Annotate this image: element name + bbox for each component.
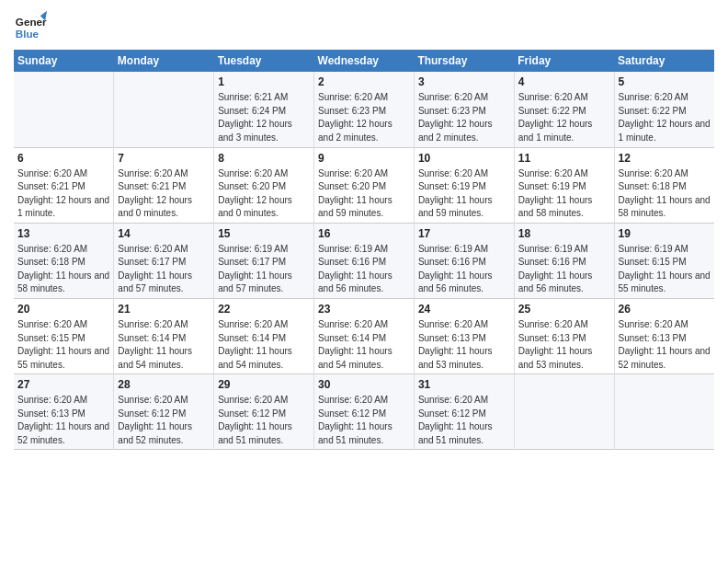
calendar-cell: 2Sunrise: 6:20 AM Sunset: 6:23 PM Daylig… — [314, 72, 415, 147]
calendar-cell: 5Sunrise: 6:20 AM Sunset: 6:22 PM Daylig… — [614, 72, 714, 147]
calendar-cell: 22Sunrise: 6:20 AM Sunset: 6:14 PM Dayli… — [214, 298, 314, 373]
cell-info: Sunrise: 6:20 AM Sunset: 6:19 PM Dayligh… — [518, 168, 593, 219]
day-number: 1 — [218, 75, 310, 89]
cell-info: Sunrise: 6:20 AM Sunset: 6:14 PM Dayligh… — [118, 319, 192, 370]
calendar-cell: 17Sunrise: 6:19 AM Sunset: 6:16 PM Dayli… — [414, 223, 514, 298]
calendar-cell: 9Sunrise: 6:20 AM Sunset: 6:20 PM Daylig… — [314, 147, 415, 223]
cell-info: Sunrise: 6:19 AM Sunset: 6:16 PM Dayligh… — [518, 244, 593, 294]
day-header-saturday: Saturday — [614, 50, 714, 72]
cell-info: Sunrise: 6:19 AM Sunset: 6:16 PM Dayligh… — [318, 244, 392, 294]
cell-info: Sunrise: 6:20 AM Sunset: 6:22 PM Dayligh… — [518, 92, 593, 143]
cell-info: Sunrise: 6:20 AM Sunset: 6:19 PM Dayligh… — [418, 168, 493, 219]
calendar-table: SundayMondayTuesdayWednesdayThursdayFrid… — [14, 50, 714, 450]
day-number: 31 — [418, 377, 510, 392]
cell-info: Sunrise: 6:20 AM Sunset: 6:23 PM Dayligh… — [318, 92, 392, 143]
calendar-cell: 31Sunrise: 6:20 AM Sunset: 6:12 PM Dayli… — [414, 374, 514, 450]
cell-info: Sunrise: 6:20 AM Sunset: 6:18 PM Dayligh… — [17, 244, 109, 294]
cell-info: Sunrise: 6:20 AM Sunset: 6:17 PM Dayligh… — [118, 244, 192, 294]
calendar-cell: 14Sunrise: 6:20 AM Sunset: 6:17 PM Dayli… — [114, 223, 214, 298]
cell-info: Sunrise: 6:19 AM Sunset: 6:17 PM Dayligh… — [218, 244, 292, 294]
calendar-cell: 6Sunrise: 6:20 AM Sunset: 6:21 PM Daylig… — [14, 147, 114, 223]
calendar-cell — [614, 374, 714, 450]
calendar-cell: 27Sunrise: 6:20 AM Sunset: 6:13 PM Dayli… — [14, 374, 114, 450]
calendar-cell: 10Sunrise: 6:20 AM Sunset: 6:19 PM Dayli… — [414, 147, 514, 223]
day-number: 11 — [518, 151, 610, 166]
day-number: 16 — [318, 226, 410, 241]
calendar-cell: 29Sunrise: 6:20 AM Sunset: 6:12 PM Dayli… — [214, 374, 314, 450]
calendar-cell: 15Sunrise: 6:19 AM Sunset: 6:17 PM Dayli… — [214, 223, 314, 298]
page-container: General Blue SundayMondayTuesdayWednesda… — [0, 0, 728, 459]
day-number: 12 — [619, 151, 711, 166]
cell-info: Sunrise: 6:20 AM Sunset: 6:18 PM Dayligh… — [619, 168, 711, 219]
calendar-cell: 21Sunrise: 6:20 AM Sunset: 6:14 PM Dayli… — [114, 298, 214, 373]
cell-info: Sunrise: 6:20 AM Sunset: 6:13 PM Dayligh… — [418, 319, 493, 370]
day-number: 10 — [418, 151, 510, 166]
day-header-tuesday: Tuesday — [214, 50, 314, 72]
header: General Blue — [14, 9, 714, 42]
day-number: 30 — [318, 377, 410, 392]
calendar-cell: 1Sunrise: 6:21 AM Sunset: 6:24 PM Daylig… — [214, 72, 314, 147]
cell-info: Sunrise: 6:19 AM Sunset: 6:16 PM Dayligh… — [418, 244, 493, 294]
calendar-cell: 25Sunrise: 6:20 AM Sunset: 6:13 PM Dayli… — [514, 298, 614, 373]
cell-info: Sunrise: 6:20 AM Sunset: 6:14 PM Dayligh… — [218, 319, 292, 370]
header-row: SundayMondayTuesdayWednesdayThursdayFrid… — [14, 50, 714, 72]
day-number: 8 — [218, 151, 310, 166]
calendar-cell: 26Sunrise: 6:20 AM Sunset: 6:13 PM Dayli… — [614, 298, 714, 373]
day-header-monday: Monday — [114, 50, 214, 72]
day-header-friday: Friday — [514, 50, 614, 72]
calendar-cell: 19Sunrise: 6:19 AM Sunset: 6:15 PM Dayli… — [614, 223, 714, 298]
day-number: 25 — [518, 302, 610, 316]
calendar-cell — [114, 72, 214, 147]
week-row-2: 6Sunrise: 6:20 AM Sunset: 6:21 PM Daylig… — [14, 147, 714, 223]
day-number: 19 — [619, 226, 711, 241]
cell-info: Sunrise: 6:20 AM Sunset: 6:13 PM Dayligh… — [619, 319, 711, 370]
day-number: 27 — [17, 377, 109, 392]
day-number: 26 — [619, 302, 711, 316]
day-number: 5 — [619, 75, 711, 89]
calendar-cell: 4Sunrise: 6:20 AM Sunset: 6:22 PM Daylig… — [514, 72, 614, 147]
day-number: 6 — [17, 151, 109, 166]
day-header-thursday: Thursday — [414, 50, 514, 72]
cell-info: Sunrise: 6:20 AM Sunset: 6:21 PM Dayligh… — [17, 168, 109, 219]
day-number: 3 — [418, 75, 510, 89]
calendar-cell: 8Sunrise: 6:20 AM Sunset: 6:20 PM Daylig… — [214, 147, 314, 223]
cell-info: Sunrise: 6:20 AM Sunset: 6:14 PM Dayligh… — [318, 319, 392, 370]
calendar-cell: 28Sunrise: 6:20 AM Sunset: 6:12 PM Dayli… — [114, 374, 214, 450]
day-number: 2 — [318, 75, 410, 89]
calendar-cell: 24Sunrise: 6:20 AM Sunset: 6:13 PM Dayli… — [414, 298, 514, 373]
cell-info: Sunrise: 6:21 AM Sunset: 6:24 PM Dayligh… — [218, 92, 292, 143]
cell-info: Sunrise: 6:20 AM Sunset: 6:12 PM Dayligh… — [418, 395, 493, 445]
day-number: 20 — [17, 302, 109, 316]
calendar-cell: 23Sunrise: 6:20 AM Sunset: 6:14 PM Dayli… — [314, 298, 415, 373]
cell-info: Sunrise: 6:20 AM Sunset: 6:12 PM Dayligh… — [218, 395, 292, 445]
week-row-5: 27Sunrise: 6:20 AM Sunset: 6:13 PM Dayli… — [14, 374, 714, 450]
day-header-sunday: Sunday — [14, 50, 114, 72]
cell-info: Sunrise: 6:19 AM Sunset: 6:15 PM Dayligh… — [619, 244, 711, 294]
logo-icon: General Blue — [14, 9, 47, 42]
calendar-cell: 18Sunrise: 6:19 AM Sunset: 6:16 PM Dayli… — [514, 223, 614, 298]
cell-info: Sunrise: 6:20 AM Sunset: 6:20 PM Dayligh… — [318, 168, 392, 219]
day-number: 7 — [118, 151, 210, 166]
week-row-1: 1Sunrise: 6:21 AM Sunset: 6:24 PM Daylig… — [14, 72, 714, 147]
cell-info: Sunrise: 6:20 AM Sunset: 6:21 PM Dayligh… — [118, 168, 192, 219]
day-number: 17 — [418, 226, 510, 241]
calendar-body: 1Sunrise: 6:21 AM Sunset: 6:24 PM Daylig… — [14, 72, 714, 450]
cell-info: Sunrise: 6:20 AM Sunset: 6:20 PM Dayligh… — [218, 168, 292, 219]
svg-text:Blue: Blue — [16, 28, 40, 40]
calendar-cell: 12Sunrise: 6:20 AM Sunset: 6:18 PM Dayli… — [614, 147, 714, 223]
day-number: 21 — [118, 302, 210, 316]
day-number: 18 — [518, 226, 610, 241]
day-number: 13 — [17, 226, 109, 241]
cell-info: Sunrise: 6:20 AM Sunset: 6:13 PM Dayligh… — [518, 319, 593, 370]
day-header-wednesday: Wednesday — [314, 50, 415, 72]
day-number: 28 — [118, 377, 210, 392]
cell-info: Sunrise: 6:20 AM Sunset: 6:12 PM Dayligh… — [318, 395, 392, 445]
calendar-cell — [514, 374, 614, 450]
calendar-cell — [14, 72, 114, 147]
calendar-cell: 7Sunrise: 6:20 AM Sunset: 6:21 PM Daylig… — [114, 147, 214, 223]
week-row-4: 20Sunrise: 6:20 AM Sunset: 6:15 PM Dayli… — [14, 298, 714, 373]
day-number: 24 — [418, 302, 510, 316]
calendar-cell: 3Sunrise: 6:20 AM Sunset: 6:23 PM Daylig… — [414, 72, 514, 147]
cell-info: Sunrise: 6:20 AM Sunset: 6:12 PM Dayligh… — [118, 395, 192, 445]
calendar-cell: 16Sunrise: 6:19 AM Sunset: 6:16 PM Dayli… — [314, 223, 415, 298]
